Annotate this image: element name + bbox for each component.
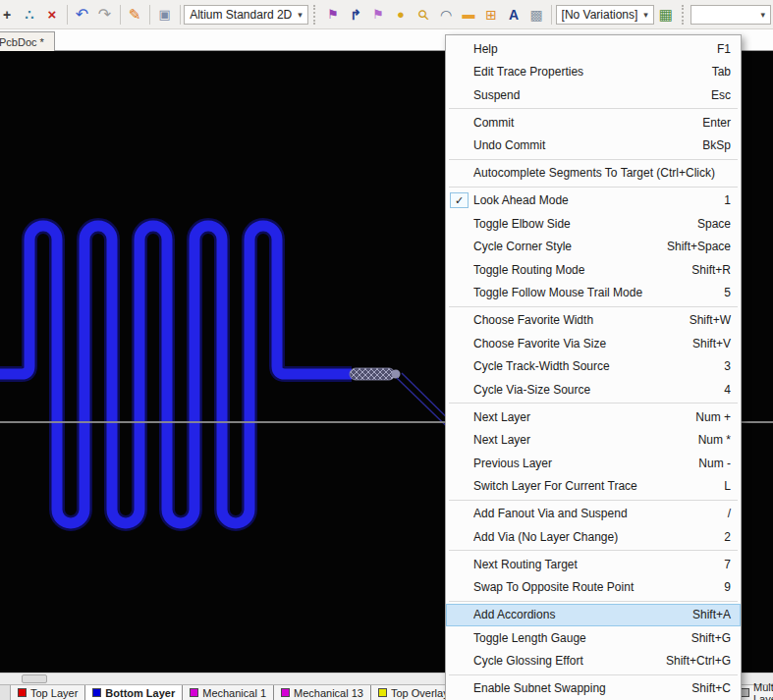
variations-dropdown[interactable]: [No Variations] ▾: [556, 5, 654, 25]
toolbar-separator: [551, 5, 552, 25]
menu-item[interactable]: ✓ Add Via (No Layer Change) 2: [446, 525, 741, 549]
empty-dropdown[interactable]: ▾: [690, 5, 771, 25]
cursor-add-icon[interactable]: +: [0, 4, 18, 26]
key-icon[interactable]: ⚲: [408, 0, 438, 29]
menu-item[interactable]: ✓ Look Ahead Mode 1: [446, 189, 741, 213]
menu-item-shortcut: Shift+A: [692, 608, 731, 621]
variant-chip-icon[interactable]: ▦: [655, 4, 677, 26]
menu-item-shortcut: F1: [717, 42, 731, 56]
menu-item-shortcut: Shift+R: [691, 263, 731, 277]
redo-icon[interactable]: ↷: [94, 4, 116, 26]
menu-item-shortcut: /: [728, 507, 731, 520]
place-component-icon[interactable]: ▩: [525, 4, 547, 26]
toolbar-drag-handle[interactable]: [682, 5, 686, 25]
route-arrow-icon[interactable]: ↱: [345, 4, 366, 26]
menu-item[interactable]: ✓ Next Layer Num +: [446, 405, 741, 429]
layer-color-chip: [741, 688, 749, 697]
menu-item[interactable]: ✓ Toggle Follow Mouse Trail Mode 5: [446, 282, 741, 305]
document-tab[interactable]: PcbDoc *: [0, 31, 55, 51]
snap-points-icon[interactable]: ∴: [19, 4, 40, 26]
tab-scroll-button[interactable]: [0, 685, 11, 700]
menu-item[interactable]: ✓ Add Fanout Via and Suspend /: [446, 503, 741, 526]
menu-item[interactable]: ✓ Switch Layer For Current Trace L: [446, 475, 741, 499]
menu-item-label: Choose Favorite Via Size: [473, 337, 681, 350]
place-text-icon[interactable]: A: [503, 4, 525, 26]
menu-item[interactable]: ✓ Choose Favorite Via Size Shift+V: [446, 332, 741, 355]
diff-pair-route-icon[interactable]: ⚑: [367, 4, 389, 26]
toolbar-drag-handle[interactable]: [313, 5, 317, 25]
menu-item[interactable]: ✓ Previous Layer Num -: [446, 452, 741, 475]
menu-item-label: Toggle Elbow Side: [473, 217, 686, 231]
menu-item-label: Help: [473, 42, 705, 56]
board-insight-icon[interactable]: ▣: [154, 4, 176, 26]
menu-item[interactable]: ✓ Cycle Glossing Effort Shift+Ctrl+G: [446, 650, 741, 673]
layer-color-chip: [378, 688, 387, 697]
serpentine-trace: [0, 226, 352, 523]
layer-tab[interactable]: Bottom Layer: [85, 685, 183, 700]
layer-color-chip: [18, 688, 27, 697]
menu-item[interactable]: ✓ Toggle Elbow Side Space: [446, 212, 741, 236]
menu-item-shortcut: L: [724, 479, 731, 493]
toolbar-separator: [67, 5, 68, 25]
menu-item[interactable]: ✓ Swap To Opposite Route Point 9: [446, 576, 741, 600]
scrollbar-thumb[interactable]: [22, 674, 47, 683]
menu-item[interactable]: ✓ Cycle Track-Width Source 3: [446, 355, 741, 379]
undo-icon[interactable]: ↶: [72, 4, 93, 26]
main-toolbar: + ∴ × ↶ ↷ ✎ ▣ Altium Standard 2D ▾ ⚑ ↱ ⚑…: [0, 0, 773, 29]
layer-tab[interactable]: Mechanical 13: [274, 685, 371, 700]
layer-tab-label: Mechanical 1: [202, 687, 266, 699]
menu-item-label: Look Ahead Mode: [473, 193, 712, 207]
layer-tab[interactable]: Top Layer: [11, 685, 85, 700]
layer-color-chip: [92, 688, 101, 697]
menu-item-label: Suspend: [473, 88, 699, 102]
menu-item-shortcut: 1: [724, 193, 731, 207]
menu-item[interactable]: ✓ Choose Favorite Width Shift+W: [446, 309, 741, 333]
layer-color-chip: [190, 688, 198, 697]
chevron-down-icon: ▾: [760, 10, 765, 20]
menu-item-shortcut: Num +: [695, 410, 731, 424]
menu-item[interactable]: ✓ Undo Commit BkSp: [446, 135, 741, 158]
menu-item[interactable]: ✓ Add Accordions Shift+A: [446, 604, 741, 627]
menu-item[interactable]: ✓ Next Layer Num *: [446, 429, 741, 453]
menu-item[interactable]: ✓ Edit Trace Properties Tab: [446, 61, 741, 84]
menu-item-label: Toggle Follow Mouse Trail Mode: [473, 286, 712, 299]
altium-pcb-editor-window: + ∴ × ↶ ↷ ✎ ▣ Altium Standard 2D ▾ ⚑ ↱ ⚑…: [0, 0, 773, 700]
menu-item[interactable]: ✓ Cycle Corner Style Shift+Space: [446, 236, 741, 259]
menu-item-label: Previous Layer: [473, 457, 687, 470]
menu-item-label: Autocomplete Segments To Target (Ctrl+Cl…: [473, 166, 719, 180]
menu-item[interactable]: ✓ Suspend Esc: [446, 83, 741, 107]
variations-value: [No Variations]: [562, 8, 638, 22]
menu-item[interactable]: ✓ Help F1: [446, 37, 741, 61]
menu-item[interactable]: ✓ Toggle Length Gauge Shift+G: [446, 626, 741, 650]
layer-tab[interactable]: Top Overlay: [371, 685, 457, 700]
menu-item-label: Next Layer: [473, 433, 687, 447]
menu-item-label: Toggle Length Gauge: [473, 631, 680, 645]
menu-item[interactable]: ✓ Commit Enter: [446, 111, 741, 135]
menu-item-label: Next Routing Target: [473, 558, 712, 571]
menu-item-label: Choose Favorite Width: [473, 313, 678, 327]
menu-item-label: Edit Trace Properties: [473, 65, 700, 79]
menu-item[interactable]: ✓ Cycle Via-Size Source 4: [446, 378, 741, 402]
layer-tab-label: Top Layer: [30, 687, 78, 699]
menu-item[interactable]: ✓ Next Routing Target 7: [446, 553, 741, 576]
menu-item[interactable]: ✓ Enable Subnet Swapping Shift+C: [446, 677, 741, 700]
menu-item-shortcut: 5: [724, 286, 731, 299]
layer-tab-label: Top Overlay: [391, 687, 449, 699]
layer-tab[interactable]: Mechanical 1: [183, 685, 274, 700]
clear-snap-icon[interactable]: ×: [41, 4, 63, 26]
pad-array-icon[interactable]: ⊞: [480, 4, 502, 26]
pencil-icon[interactable]: ✎: [124, 4, 145, 26]
menu-item-shortcut: Shift+C: [691, 681, 731, 695]
layer-tab-label: Mechanical 13: [294, 687, 363, 699]
menu-item-label: Swap To Opposite Route Point: [473, 580, 712, 594]
menu-item[interactable]: ✓ Toggle Routing Mode Shift+R: [446, 258, 741, 282]
menu-item-shortcut: Num -: [698, 457, 731, 470]
interactive-route-icon[interactable]: ⚑: [322, 4, 344, 26]
menu-item-shortcut: Shift+Ctrl+G: [666, 654, 731, 668]
view-style-dropdown[interactable]: Altium Standard 2D ▾: [184, 5, 308, 25]
menu-item-label: Next Layer: [473, 410, 684, 424]
fill-icon[interactable]: ▬: [458, 4, 479, 26]
menu-item-shortcut: 7: [724, 558, 731, 571]
menu-item[interactable]: ✓ Autocomplete Segments To Target (Ctrl+…: [446, 162, 741, 186]
menu-item-shortcut: Shift+G: [691, 631, 731, 645]
